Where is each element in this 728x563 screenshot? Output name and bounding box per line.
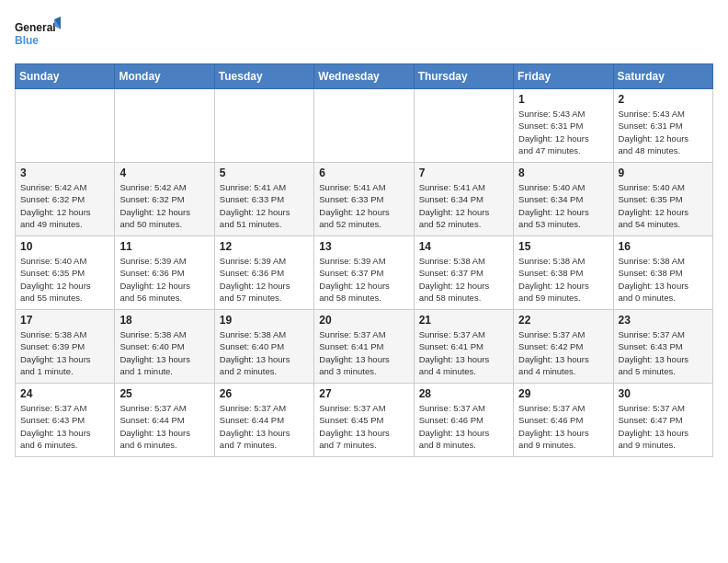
week-row-1: 1Sunrise: 5:43 AM Sunset: 6:31 PM Daylig… <box>16 89 713 163</box>
day-number: 23 <box>619 314 708 327</box>
empty-cell <box>414 89 513 163</box>
weekday-header-saturday: Saturday <box>613 64 712 89</box>
week-row-3: 10Sunrise: 5:40 AM Sunset: 6:35 PM Dayli… <box>16 236 713 310</box>
day-info: Sunrise: 5:37 AM Sunset: 6:46 PM Dayligh… <box>518 402 608 451</box>
week-row-4: 17Sunrise: 5:38 AM Sunset: 6:39 PM Dayli… <box>16 310 713 384</box>
day-info: Sunrise: 5:37 AM Sunset: 6:44 PM Dayligh… <box>119 402 209 451</box>
day-number: 30 <box>619 387 708 400</box>
day-cell-27: 27Sunrise: 5:37 AM Sunset: 6:45 PM Dayli… <box>314 384 414 457</box>
day-number: 4 <box>119 167 209 179</box>
day-number: 14 <box>419 240 508 253</box>
day-number: 24 <box>20 387 109 400</box>
day-info: Sunrise: 5:37 AM Sunset: 6:45 PM Dayligh… <box>319 402 408 451</box>
day-info: Sunrise: 5:37 AM Sunset: 6:46 PM Dayligh… <box>419 402 508 451</box>
day-number: 20 <box>319 314 408 327</box>
day-cell-18: 18Sunrise: 5:38 AM Sunset: 6:40 PM Dayli… <box>115 310 214 384</box>
day-cell-29: 29Sunrise: 5:37 AM Sunset: 6:46 PM Dayli… <box>514 384 613 457</box>
day-info: Sunrise: 5:41 AM Sunset: 6:33 PM Dayligh… <box>319 181 408 230</box>
day-number: 11 <box>119 240 209 253</box>
day-cell-15: 15Sunrise: 5:38 AM Sunset: 6:38 PM Dayli… <box>514 236 613 310</box>
day-number: 22 <box>518 314 608 327</box>
calendar-table: SundayMondayTuesdayWednesdayThursdayFrid… <box>15 63 713 457</box>
day-number: 15 <box>518 240 608 253</box>
empty-cell <box>314 89 414 163</box>
day-cell-5: 5Sunrise: 5:41 AM Sunset: 6:33 PM Daylig… <box>214 163 313 236</box>
weekday-header-thursday: Thursday <box>414 64 513 89</box>
day-number: 9 <box>619 167 708 179</box>
day-cell-10: 10Sunrise: 5:40 AM Sunset: 6:35 PM Dayli… <box>16 236 115 310</box>
weekday-header-wednesday: Wednesday <box>314 64 414 89</box>
day-cell-12: 12Sunrise: 5:39 AM Sunset: 6:36 PM Dayli… <box>214 236 313 310</box>
day-info: Sunrise: 5:37 AM Sunset: 6:47 PM Dayligh… <box>619 402 708 451</box>
day-number: 16 <box>619 240 708 253</box>
day-number: 6 <box>319 167 408 179</box>
logo-svg: General Blue <box>15 15 61 56</box>
day-number: 21 <box>419 314 508 327</box>
weekday-header-sunday: Sunday <box>16 64 115 89</box>
day-info: Sunrise: 5:38 AM Sunset: 6:37 PM Dayligh… <box>419 255 508 304</box>
day-number: 18 <box>119 314 209 327</box>
day-cell-13: 13Sunrise: 5:39 AM Sunset: 6:37 PM Dayli… <box>314 236 414 310</box>
day-number: 19 <box>220 314 309 327</box>
day-number: 12 <box>220 240 309 253</box>
day-info: Sunrise: 5:42 AM Sunset: 6:32 PM Dayligh… <box>119 181 209 230</box>
day-info: Sunrise: 5:43 AM Sunset: 6:31 PM Dayligh… <box>518 108 608 156</box>
day-cell-7: 7Sunrise: 5:41 AM Sunset: 6:34 PM Daylig… <box>414 163 513 236</box>
day-number: 26 <box>220 387 309 400</box>
day-cell-30: 30Sunrise: 5:37 AM Sunset: 6:47 PM Dayli… <box>613 384 712 457</box>
day-number: 10 <box>20 240 109 253</box>
day-info: Sunrise: 5:37 AM Sunset: 6:43 PM Dayligh… <box>619 328 708 377</box>
logo: General Blue <box>15 15 61 56</box>
day-info: Sunrise: 5:40 AM Sunset: 6:35 PM Dayligh… <box>619 181 708 230</box>
day-info: Sunrise: 5:42 AM Sunset: 6:32 PM Dayligh… <box>20 181 109 230</box>
day-info: Sunrise: 5:39 AM Sunset: 6:36 PM Dayligh… <box>220 255 309 304</box>
day-cell-2: 2Sunrise: 5:43 AM Sunset: 6:31 PM Daylig… <box>613 89 712 163</box>
day-info: Sunrise: 5:37 AM Sunset: 6:44 PM Dayligh… <box>220 402 309 451</box>
day-info: Sunrise: 5:39 AM Sunset: 6:36 PM Dayligh… <box>119 255 209 304</box>
day-info: Sunrise: 5:39 AM Sunset: 6:37 PM Dayligh… <box>319 255 408 304</box>
day-number: 2 <box>619 93 708 106</box>
day-number: 29 <box>518 387 608 400</box>
day-cell-26: 26Sunrise: 5:37 AM Sunset: 6:44 PM Dayli… <box>214 384 313 457</box>
day-info: Sunrise: 5:37 AM Sunset: 6:41 PM Dayligh… <box>419 328 508 377</box>
day-cell-24: 24Sunrise: 5:37 AM Sunset: 6:43 PM Dayli… <box>16 384 115 457</box>
day-info: Sunrise: 5:38 AM Sunset: 6:40 PM Dayligh… <box>220 328 309 377</box>
empty-cell <box>214 89 313 163</box>
day-info: Sunrise: 5:38 AM Sunset: 6:38 PM Dayligh… <box>619 255 708 304</box>
day-number: 28 <box>419 387 508 400</box>
day-cell-25: 25Sunrise: 5:37 AM Sunset: 6:44 PM Dayli… <box>115 384 214 457</box>
weekday-header-monday: Monday <box>115 64 214 89</box>
day-number: 27 <box>319 387 408 400</box>
day-number: 8 <box>518 167 608 179</box>
weekday-header-row: SundayMondayTuesdayWednesdayThursdayFrid… <box>16 64 713 89</box>
svg-text:General: General <box>15 21 56 34</box>
day-cell-16: 16Sunrise: 5:38 AM Sunset: 6:38 PM Dayli… <box>613 236 712 310</box>
page-header: General Blue <box>15 15 713 56</box>
day-info: Sunrise: 5:40 AM Sunset: 6:35 PM Dayligh… <box>20 255 109 304</box>
day-number: 1 <box>518 93 608 106</box>
week-row-5: 24Sunrise: 5:37 AM Sunset: 6:43 PM Dayli… <box>16 384 713 457</box>
day-number: 17 <box>20 314 109 327</box>
day-number: 13 <box>319 240 408 253</box>
day-cell-22: 22Sunrise: 5:37 AM Sunset: 6:42 PM Dayli… <box>514 310 613 384</box>
day-info: Sunrise: 5:37 AM Sunset: 6:42 PM Dayligh… <box>518 328 608 377</box>
day-cell-19: 19Sunrise: 5:38 AM Sunset: 6:40 PM Dayli… <box>214 310 313 384</box>
day-cell-6: 6Sunrise: 5:41 AM Sunset: 6:33 PM Daylig… <box>314 163 414 236</box>
day-number: 7 <box>419 167 508 179</box>
day-number: 5 <box>220 167 309 179</box>
day-info: Sunrise: 5:38 AM Sunset: 6:38 PM Dayligh… <box>518 255 608 304</box>
day-cell-23: 23Sunrise: 5:37 AM Sunset: 6:43 PM Dayli… <box>613 310 712 384</box>
day-cell-20: 20Sunrise: 5:37 AM Sunset: 6:41 PM Dayli… <box>314 310 414 384</box>
day-info: Sunrise: 5:41 AM Sunset: 6:34 PM Dayligh… <box>419 181 508 230</box>
day-cell-1: 1Sunrise: 5:43 AM Sunset: 6:31 PM Daylig… <box>514 89 613 163</box>
day-cell-9: 9Sunrise: 5:40 AM Sunset: 6:35 PM Daylig… <box>613 163 712 236</box>
day-info: Sunrise: 5:41 AM Sunset: 6:33 PM Dayligh… <box>220 181 309 230</box>
day-info: Sunrise: 5:43 AM Sunset: 6:31 PM Dayligh… <box>619 108 708 156</box>
day-info: Sunrise: 5:40 AM Sunset: 6:34 PM Dayligh… <box>518 181 608 230</box>
day-info: Sunrise: 5:38 AM Sunset: 6:39 PM Dayligh… <box>20 328 109 377</box>
day-cell-4: 4Sunrise: 5:42 AM Sunset: 6:32 PM Daylig… <box>115 163 214 236</box>
day-cell-17: 17Sunrise: 5:38 AM Sunset: 6:39 PM Dayli… <box>16 310 115 384</box>
svg-text:Blue: Blue <box>15 34 39 47</box>
day-cell-11: 11Sunrise: 5:39 AM Sunset: 6:36 PM Dayli… <box>115 236 214 310</box>
day-cell-28: 28Sunrise: 5:37 AM Sunset: 6:46 PM Dayli… <box>414 384 513 457</box>
